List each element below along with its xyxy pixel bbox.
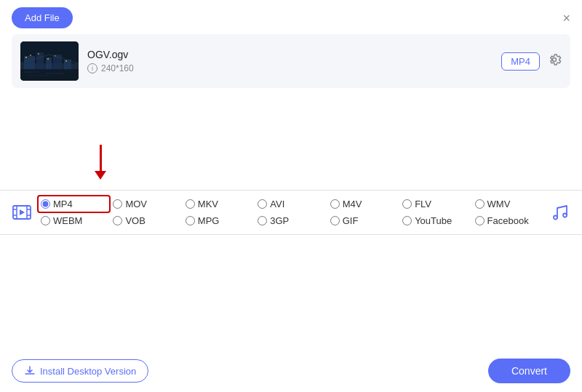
- svg-point-10: [47, 58, 49, 60]
- file-resolution: 240*160: [101, 63, 134, 73]
- format-option-mov[interactable]: MOV: [110, 196, 182, 212]
- format-option-mpg[interactable]: MPG: [183, 212, 255, 229]
- install-desktop-button[interactable]: Install Desktop Version: [12, 359, 148, 383]
- format-label-mp4: MP4: [53, 199, 73, 209]
- format-label-webm: WEBM: [53, 215, 82, 226]
- svg-point-7: [25, 57, 27, 58]
- format-area: MP4 MOV MKV AVI M4V FLV WMV WEBM: [0, 190, 582, 235]
- format-label-vob: VOB: [125, 215, 145, 226]
- arrow-line: [100, 145, 102, 171]
- install-label: Install Desktop Version: [40, 366, 136, 377]
- format-label-youtube: YouTube: [415, 215, 452, 226]
- format-label-gif: GIF: [343, 215, 359, 226]
- svg-point-27: [554, 216, 557, 220]
- format-label-mov: MOV: [125, 199, 147, 209]
- gear-icon: [547, 52, 562, 67]
- svg-point-12: [65, 60, 67, 62]
- format-label-mkv: MKV: [198, 199, 218, 209]
- format-label-avi: AVI: [270, 199, 284, 209]
- convert-button[interactable]: Convert: [488, 359, 570, 383]
- svg-rect-4: [46, 57, 52, 71]
- svg-rect-6: [64, 60, 71, 71]
- down-arrow: [95, 145, 106, 180]
- svg-point-8: [30, 55, 31, 56]
- download-icon: [24, 365, 36, 377]
- svg-rect-15: [20, 69, 79, 81]
- arrow-head: [95, 171, 106, 180]
- video-tab-icon[interactable]: [6, 191, 38, 234]
- format-label-m4v: M4V: [343, 199, 362, 209]
- svg-rect-3: [36, 52, 44, 71]
- file-actions: MP4: [501, 52, 562, 71]
- svg-rect-2: [24, 56, 35, 71]
- format-badge-button[interactable]: MP4: [501, 52, 540, 71]
- format-option-mkv[interactable]: MKV: [183, 196, 255, 212]
- format-option-mp4[interactable]: MP4: [38, 196, 110, 212]
- bottom-bar: Install Desktop Version Convert: [0, 350, 582, 392]
- format-label-flv: FLV: [415, 199, 431, 209]
- svg-point-9: [38, 53, 39, 55]
- format-label-facebook: Facebook: [487, 215, 529, 226]
- music-tab-icon[interactable]: [544, 191, 576, 234]
- format-label-3gp: 3GP: [270, 215, 289, 226]
- format-label-mpg: MPG: [198, 215, 220, 226]
- file-list: OGV.ogv i 240*160 MP4: [0, 34, 582, 88]
- info-icon: i: [87, 63, 97, 73]
- close-button[interactable]: ×: [562, 12, 570, 25]
- format-option-m4v[interactable]: M4V: [327, 196, 399, 212]
- file-info: OGV.ogv i 240*160: [87, 49, 493, 73]
- format-option-wmv[interactable]: WMV: [472, 196, 544, 212]
- format-grid: MP4 MOV MKV AVI M4V FLV WMV WEBM: [38, 191, 544, 233]
- svg-marker-26: [20, 209, 25, 215]
- format-label-wmv: WMV: [487, 199, 511, 209]
- format-option-youtube[interactable]: YouTube: [399, 212, 471, 229]
- format-option-avi[interactable]: AVI: [255, 196, 327, 212]
- format-option-gif[interactable]: GIF: [327, 212, 399, 229]
- format-option-3gp[interactable]: 3GP: [255, 212, 327, 229]
- format-option-vob[interactable]: VOB: [110, 212, 182, 229]
- svg-point-28: [563, 214, 567, 217]
- film-icon: [12, 202, 32, 223]
- file-thumbnail: [20, 41, 79, 81]
- empty-area: [0, 88, 582, 190]
- settings-button[interactable]: [547, 52, 562, 71]
- arrow-container: [0, 145, 582, 180]
- format-option-webm[interactable]: WEBM: [38, 212, 110, 229]
- file-name: OGV.ogv: [87, 49, 493, 60]
- file-item: OGV.ogv i 240*160 MP4: [12, 34, 570, 88]
- music-icon: [551, 203, 570, 222]
- top-bar: Add File ×: [0, 0, 582, 34]
- add-file-button[interactable]: Add File: [12, 7, 73, 28]
- format-option-flv[interactable]: FLV: [399, 196, 471, 212]
- format-option-facebook[interactable]: Facebook: [472, 212, 544, 229]
- file-meta: i 240*160: [87, 63, 493, 73]
